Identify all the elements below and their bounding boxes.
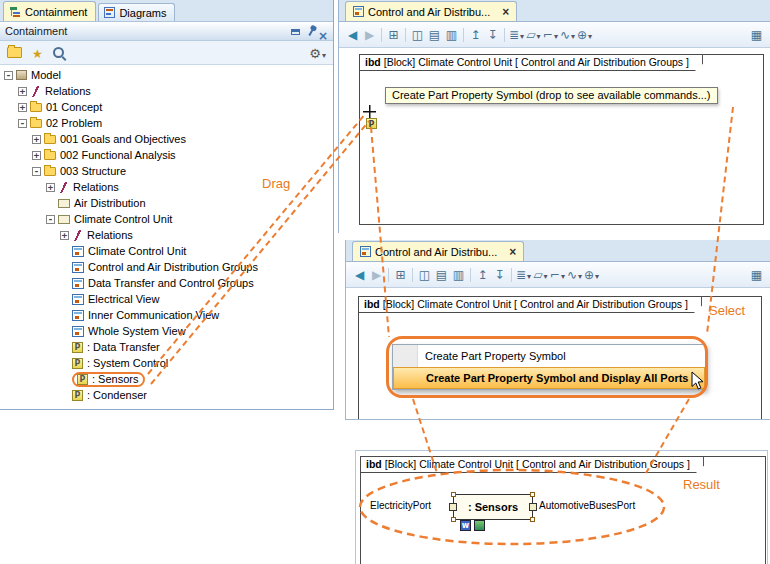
curve-icon[interactable]: ∿	[559, 26, 576, 44]
zoom-icon[interactable]: ⊕	[576, 26, 593, 44]
tree-item[interactable]: +01 Concept	[0, 99, 333, 115]
automotive-buses-port-symbol[interactable]	[529, 503, 537, 511]
tree-toggle-icon[interactable]: +	[60, 231, 69, 240]
green-badge-icon[interactable]	[474, 520, 485, 531]
forward-icon[interactable]: ▶	[361, 26, 378, 44]
pin-icon[interactable]	[308, 28, 313, 35]
tree-item[interactable]: Control and Air Distribution Groups	[0, 259, 333, 275]
tree-item[interactable]: Electrical View	[0, 291, 333, 307]
search-icon[interactable]	[53, 47, 64, 58]
tree-item[interactable]: -Climate Control Unit	[0, 211, 333, 227]
zoom-icon[interactable]: ⊕	[583, 266, 600, 284]
tree-item[interactable]: +001 Goals and Objectives	[0, 131, 333, 147]
tree-item[interactable]: +Relations	[0, 227, 333, 243]
move-down-icon[interactable]: ↧	[484, 26, 501, 44]
w-badge-icon[interactable]	[460, 520, 471, 531]
shape-style-icon[interactable]: ▱	[525, 26, 542, 44]
tree-item[interactable]: -003 Structure	[0, 163, 333, 179]
copy-icon[interactable]: ◫	[416, 266, 433, 284]
containment-tree-icon[interactable]: ⊞	[392, 266, 409, 284]
settings-dropdown-arrow-icon[interactable]	[321, 44, 326, 62]
diagram-tab[interactable]: Control and Air Distribu... ×	[345, 1, 517, 21]
tree-item[interactable]: -Model	[0, 67, 333, 83]
tree-item[interactable]: +Relations	[0, 83, 333, 99]
tree-toggle-icon[interactable]: -	[4, 71, 13, 80]
tree-item[interactable]: +002 Functional Analysis	[0, 147, 333, 163]
electricity-port-symbol[interactable]	[449, 503, 457, 511]
settings-gear-icon[interactable]	[309, 44, 321, 62]
menu-item[interactable]: Create Part Property Symbol and Display …	[393, 367, 705, 389]
curve-icon[interactable]: ∿	[566, 266, 583, 284]
copy-icon[interactable]: ◫	[409, 26, 426, 44]
diagram-grid-icon[interactable]: ▦	[748, 266, 765, 284]
selection-handle[interactable]	[530, 492, 535, 497]
tab-close-icon[interactable]: ×	[509, 245, 516, 259]
tree-item[interactable]: Climate Control Unit	[0, 243, 333, 259]
selection-handle[interactable]	[451, 492, 456, 497]
tree-item[interactable]: : System Control	[0, 355, 333, 371]
path-style-icon[interactable]: ⌐	[542, 26, 559, 44]
dropdown-arrow-icon[interactable]	[543, 268, 548, 282]
port-label-electricity[interactable]: ElectricityPort	[370, 500, 431, 511]
drag-cursor: P	[363, 105, 377, 131]
move-up-icon[interactable]: ↥	[467, 26, 484, 44]
panel-title: Containment	[5, 25, 67, 37]
dropdown-arrow-icon[interactable]	[536, 28, 541, 42]
selection-handle[interactable]	[451, 517, 456, 522]
dropdown-arrow-icon[interactable]	[560, 268, 565, 282]
port-label-automotive[interactable]: AutomotiveBusesPort	[539, 500, 635, 511]
dropdown-arrow-icon[interactable]	[577, 268, 582, 282]
tree-item[interactable]: -02 Problem	[0, 115, 333, 131]
selection-handle[interactable]	[530, 517, 535, 522]
containment-tree-icon[interactable]: ⊞	[385, 26, 402, 44]
diagram-tab[interactable]: Control and Air Distribu... ×	[352, 241, 524, 261]
paste-link-icon[interactable]: ▥	[443, 26, 460, 44]
tree-item[interactable]: Data Transfer and Control Groups	[0, 275, 333, 291]
tree-item[interactable]: Inner Communication View	[0, 307, 333, 323]
float-window-icon[interactable]	[291, 29, 300, 35]
diagram-canvas-top[interactable]: ibd[Block] Climate Control Unit [ Contro…	[339, 48, 770, 233]
paste-icon[interactable]: ▤	[433, 266, 450, 284]
tab-diagrams[interactable]: Diagrams	[98, 3, 175, 21]
move-down-icon[interactable]: ↧	[491, 266, 508, 284]
dropdown-arrow-icon[interactable]	[553, 28, 558, 42]
favorites-icon[interactable]	[32, 44, 43, 62]
back-icon[interactable]: ◀	[351, 266, 368, 284]
tree-item[interactable]: Air Distribution	[0, 195, 333, 211]
tree-toggle-icon[interactable]: +	[18, 103, 27, 112]
tree-toggle-icon[interactable]: -	[32, 167, 41, 176]
close-icon[interactable]	[318, 26, 328, 36]
diagram-canvas-middle[interactable]: ibd[Block] Climate Control Unit [ Contro…	[346, 288, 770, 419]
tree-item[interactable]: Whole System View	[0, 323, 333, 339]
paste-link-icon[interactable]: ▥	[450, 266, 467, 284]
sensors-part-box[interactable]: : Sensors	[453, 494, 533, 520]
tree-item[interactable]: : Data Transfer	[0, 339, 333, 355]
alignment-icon[interactable]: ≣	[508, 26, 525, 44]
paste-icon[interactable]: ▤	[426, 26, 443, 44]
menu-item[interactable]: Create Part Property Symbol	[393, 345, 705, 367]
tab-containment[interactable]: Containment	[3, 1, 96, 21]
dropdown-arrow-icon[interactable]	[519, 28, 524, 42]
back-icon[interactable]: ◀	[344, 26, 361, 44]
tree-toggle-icon[interactable]: +	[32, 151, 41, 160]
tab-close-icon[interactable]: ×	[502, 5, 509, 19]
move-up-icon[interactable]: ↥	[474, 266, 491, 284]
open-project-icon[interactable]	[7, 47, 22, 58]
diagram-grid-icon[interactable]: ▦	[748, 26, 765, 44]
tree-toggle-icon[interactable]: -	[46, 215, 55, 224]
path-style-icon[interactable]: ⌐	[549, 266, 566, 284]
dropdown-arrow-icon[interactable]	[594, 268, 599, 282]
forward-icon[interactable]: ▶	[368, 266, 385, 284]
dropdown-arrow-icon[interactable]	[587, 28, 592, 42]
tree-item[interactable]: : Sensors	[0, 371, 333, 387]
tree-toggle-icon[interactable]: +	[46, 183, 55, 192]
shape-style-icon[interactable]: ▱	[532, 266, 549, 284]
tree-item[interactable]: : Condenser	[0, 387, 333, 403]
tree-item[interactable]: +Relations	[0, 179, 333, 195]
alignment-icon[interactable]: ≣	[515, 266, 532, 284]
dropdown-arrow-icon[interactable]	[570, 28, 575, 42]
tree-toggle-icon[interactable]: +	[18, 87, 27, 96]
tree-toggle-icon[interactable]: +	[32, 135, 41, 144]
tree-toggle-icon[interactable]: -	[18, 119, 27, 128]
dropdown-arrow-icon[interactable]	[526, 268, 531, 282]
